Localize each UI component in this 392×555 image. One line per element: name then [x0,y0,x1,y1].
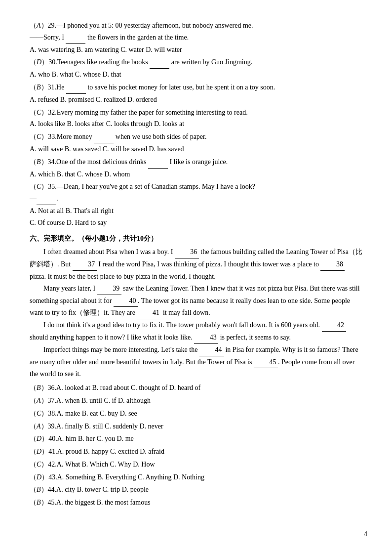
question-34: （B）34.One of the most delicious drinks I… [30,156,362,180]
section6-answers: （B）36.A. looked at B. read about C. thou… [30,382,362,509]
question-39: （A）39.A. finally B. still C. suddenly D.… [30,421,362,432]
question-42: （C）42.A. What B. Which C. Why D. How [30,459,362,470]
question-45: （B）45.A. the biggest B. the most famous [30,497,362,509]
q29-answer: A [37,22,41,29]
q31-text: （B）31.He to save his pocket money for la… [30,82,362,94]
q30-choices: A. who B. what C. whose D. that [30,69,362,81]
q41-answer: D [37,448,41,455]
question-43: （D）43.A. Something B. Everything C. Anyt… [30,471,362,483]
q35-text2: — . [30,193,362,205]
q32-answer: C [37,109,41,116]
q44-answer: B [37,486,41,493]
passage-p4: Imperfect things may be more interesting… [30,344,362,380]
q34-text: （B）34.One of the most delicious drinks I… [30,156,362,169]
question-38: （C）38.A. make B. eat C. buy D. see [30,408,362,420]
q35-choices-2: C. Of course D. Hard to say [30,217,362,229]
page-number: 4 [364,528,367,540]
question-31: （B）31.He to save his pocket money for la… [30,82,362,106]
q31-choices: A. refused B. promised C. realized D. or… [30,94,362,106]
q33-choices: A. will save B. was saved C. will be sav… [30,143,362,155]
question-32: （C）32.Every morning my father the paper … [30,107,362,130]
q39-answer: A [37,423,41,430]
q36-answer: B [37,384,41,391]
q34-choices: A. which B. that C. whose D. whom [30,169,362,180]
passage-p3: I do not think it's a good idea to try t… [30,319,362,344]
question-44: （B）44.A. city B. tower C. trip D. people [30,484,362,496]
question-35: （C）35.—Dean, I hear you've got a set of … [30,181,362,228]
question-36: （B）36.A. looked at B. read about C. thou… [30,382,362,394]
passage: I often dreamed about Pisa when I was a … [30,246,362,380]
q42-answer: C [37,461,41,468]
q29-choices: A. was watering B. am watering C. water … [30,44,362,56]
q43-answer: D [37,473,41,481]
q29-line2: ——Sorry, I the flowers in the garden at … [30,32,362,44]
q38-answer: C [37,410,41,417]
q32-choices: A. looks like B. looks after C. looks th… [30,118,362,130]
question-37: （A）37.A. when B. until C. if D. although [30,395,362,407]
question-41: （D）41.A. proud B. happy C. excited D. af… [30,446,362,458]
q40-answer: D [37,435,41,442]
passage-p2: Many years later, I 39 saw the Leaning T… [30,283,362,319]
q45-answer: B [37,499,41,506]
q34-answer: B [37,158,41,166]
q33-text: （C）33.More money when we use both sides … [30,131,362,143]
q35-text1: （C）35.—Dean, I hear you've got a set of … [30,181,362,193]
question-33: （C）33.More money when we use both sides … [30,131,362,155]
q35-answer: C [37,183,41,190]
question-40: （D）40.A. him B. her C. you D. me [30,433,362,445]
q29-text: （A）29.—I phoned you at 5: 00 yesterday a… [30,20,362,32]
q37-answer: A [37,397,41,404]
question-30: （D）30.Teenagers like reading the books a… [30,56,362,81]
q32-text: （C）32.Every morning my father the paper … [30,107,362,119]
question-29: （A）29.—I phoned you at 5: 00 yesterday a… [30,20,362,55]
q35-choices-1: A. Not at all B. That's all right [30,205,362,217]
q31-answer: B [37,84,41,91]
q30-answer: D [37,58,41,66]
passage-p1: I often dreamed about Pisa when I was a … [30,246,362,282]
q30-text: （D）30.Teenagers like reading the books a… [30,56,362,69]
section6-title: 六、完形填空。（每小题1分，共计10分） [30,233,362,245]
q33-answer: C [37,133,41,140]
